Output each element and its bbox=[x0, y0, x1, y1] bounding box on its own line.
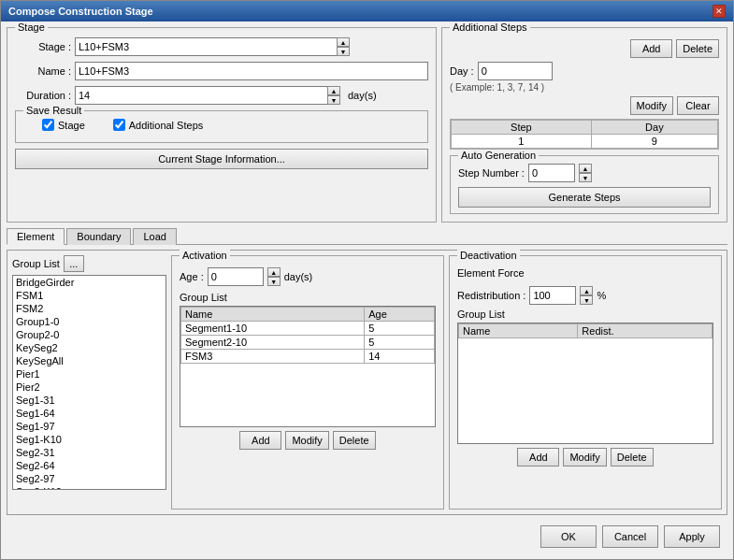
generate-steps-button[interactable]: Generate Steps bbox=[458, 187, 711, 208]
modify-step-button[interactable]: Modify bbox=[630, 96, 673, 115]
activation-row[interactable]: Segment1-105 bbox=[181, 322, 435, 336]
stage-checkbox[interactable] bbox=[42, 119, 54, 131]
step-number-up[interactable]: ▲ bbox=[579, 164, 592, 173]
duration-input-group: ▲ ▼ bbox=[75, 86, 340, 105]
ok-button[interactable]: OK bbox=[540, 525, 597, 548]
step-col-header: Step bbox=[452, 121, 592, 135]
age-input[interactable] bbox=[208, 267, 264, 286]
redistribution-input[interactable] bbox=[529, 286, 576, 305]
list-item[interactable]: BridgeGirder bbox=[13, 276, 166, 289]
name-input[interactable] bbox=[75, 62, 428, 80]
clear-step-button[interactable]: Clear bbox=[677, 96, 719, 115]
step-number-input[interactable] bbox=[528, 164, 575, 182]
age-day-label: day(s) bbox=[284, 271, 313, 282]
stage-row: Stage : ▲ ▼ bbox=[15, 37, 428, 56]
deact-redist-col: Redist. bbox=[578, 324, 712, 338]
add-step-button[interactable]: Add bbox=[630, 39, 672, 58]
modify-clear-row: Modify Clear bbox=[450, 96, 719, 115]
deactivation-delete-button[interactable]: Delete bbox=[611, 448, 654, 467]
duration-input[interactable] bbox=[75, 86, 327, 105]
age-spinner-down[interactable]: ▼ bbox=[267, 277, 281, 286]
duration-label: Duration : bbox=[15, 90, 71, 101]
list-item[interactable]: Seg1-K10 bbox=[13, 433, 166, 446]
stage-label: Stage : bbox=[15, 41, 71, 52]
group-list-box[interactable]: BridgeGirderFSM1FSM2Group1-0Group2-0KeyS… bbox=[12, 275, 166, 490]
list-item[interactable]: Seg1-64 bbox=[13, 407, 166, 420]
deactivation-group-list-box[interactable]: Name Redist. bbox=[457, 323, 713, 444]
current-stage-button[interactable]: Current Stage Information... bbox=[15, 149, 428, 169]
redistribution-up[interactable]: ▲ bbox=[580, 286, 593, 295]
tab-load[interactable]: Load bbox=[133, 228, 176, 245]
list-item[interactable]: Seg2-31 bbox=[13, 446, 166, 459]
tab-boundary[interactable]: Boundary bbox=[66, 228, 131, 245]
list-item[interactable]: Seg2-K10 bbox=[13, 485, 166, 490]
window-title: Compose Construction Stage bbox=[8, 6, 153, 17]
step-number-row: Step Number : ▲ ▼ bbox=[458, 164, 711, 182]
steps-table-container: Step Day 19 bbox=[450, 119, 719, 150]
activation-btn-row: Add Modify Delete bbox=[180, 431, 436, 450]
stage-spinner: ▲ ▼ bbox=[337, 37, 350, 56]
activation-modify-button[interactable]: Modify bbox=[285, 431, 328, 450]
duration-spinner-up[interactable]: ▲ bbox=[327, 86, 340, 95]
list-item[interactable]: FSM1 bbox=[13, 289, 166, 302]
deactivation-group: Deactivation Element Force Redistributio… bbox=[449, 255, 722, 510]
deactivation-table: Name Redist. bbox=[458, 323, 712, 338]
element-force-label: Element Force bbox=[457, 267, 713, 279]
age-spinner-up[interactable]: ▲ bbox=[267, 267, 281, 277]
deactivation-add-button[interactable]: Add bbox=[517, 448, 559, 467]
list-item[interactable]: Seg2-97 bbox=[13, 472, 166, 485]
auto-gen-title: Auto Generation bbox=[458, 150, 539, 161]
activation-delete-button[interactable]: Delete bbox=[333, 431, 376, 450]
step-number-down[interactable]: ▼ bbox=[579, 173, 592, 182]
example-text: ( Example: 1, 3, 7, 14 ) bbox=[450, 82, 719, 93]
stage-spinner-up[interactable]: ▲ bbox=[337, 37, 350, 47]
activation-table: Name Age Segment1-105Segment2-105FSM314 bbox=[180, 307, 435, 364]
list-item[interactable]: KeySegAll bbox=[13, 354, 166, 367]
stage-input-group: ▲ ▼ bbox=[75, 37, 350, 56]
titlebar: Compose Construction Stage ✕ bbox=[1, 1, 733, 22]
list-item[interactable]: KeySeg2 bbox=[13, 341, 166, 354]
day-input-row: Day : bbox=[450, 62, 719, 80]
day-field-label: Day : bbox=[450, 65, 474, 77]
activation-row[interactable]: Segment2-105 bbox=[181, 336, 435, 350]
deactivation-btn-row: Add Modify Delete bbox=[457, 448, 713, 467]
tab-element[interactable]: Element bbox=[7, 228, 65, 245]
duration-spinner-down[interactable]: ▼ bbox=[327, 95, 340, 105]
delete-step-button[interactable]: Delete bbox=[676, 39, 719, 58]
cancel-button[interactable]: Cancel bbox=[602, 525, 658, 548]
tabs-container: Element Boundary Load bbox=[7, 227, 727, 245]
redistribution-down[interactable]: ▼ bbox=[580, 295, 593, 305]
activation-group-list-box[interactable]: Name Age Segment1-105Segment2-105FSM314 bbox=[180, 306, 436, 427]
additional-steps-checkbox[interactable] bbox=[113, 119, 125, 131]
stage-checkbox-row: Stage bbox=[42, 119, 85, 131]
list-item[interactable]: FSM2 bbox=[13, 302, 166, 315]
list-item[interactable]: Group2-0 bbox=[13, 328, 166, 341]
list-item[interactable]: Seg2-64 bbox=[13, 459, 166, 472]
stage-spinner-down[interactable]: ▼ bbox=[337, 47, 350, 56]
name-label: Name : bbox=[15, 65, 71, 77]
content-area: Stage Stage : ▲ ▼ Name : bbox=[1, 22, 733, 559]
deact-name-col: Name bbox=[459, 324, 578, 338]
day-input[interactable] bbox=[478, 62, 553, 80]
apply-button[interactable]: Apply bbox=[664, 525, 720, 548]
list-item[interactable]: Group1-0 bbox=[13, 315, 166, 328]
stage-input[interactable] bbox=[75, 37, 337, 56]
age-row: Age : ▲ ▼ day(s) bbox=[180, 267, 436, 286]
group-list-ellipsis-button[interactable]: ... bbox=[64, 255, 84, 272]
close-button[interactable]: ✕ bbox=[712, 5, 726, 18]
list-item[interactable]: Seg1-31 bbox=[13, 394, 166, 407]
act-name-col: Name bbox=[181, 308, 365, 322]
age-label: Age : bbox=[180, 271, 204, 282]
deactivation-modify-button[interactable]: Modify bbox=[563, 448, 606, 467]
activation-row[interactable]: FSM314 bbox=[181, 350, 435, 364]
group-list-header: Group List ... bbox=[12, 255, 166, 272]
list-item[interactable]: Pier2 bbox=[13, 381, 166, 394]
list-item[interactable]: Pier1 bbox=[13, 367, 166, 381]
name-row: Name : bbox=[15, 62, 428, 80]
list-item[interactable]: Seg1-97 bbox=[13, 420, 166, 433]
activation-add-button[interactable]: Add bbox=[239, 431, 281, 450]
steps-table: Step Day 19 bbox=[451, 120, 718, 149]
additional-steps-checkbox-row: Additional Steps bbox=[113, 119, 204, 131]
step-row[interactable]: 19 bbox=[452, 135, 718, 149]
add-delete-row: Add Delete bbox=[450, 39, 719, 58]
